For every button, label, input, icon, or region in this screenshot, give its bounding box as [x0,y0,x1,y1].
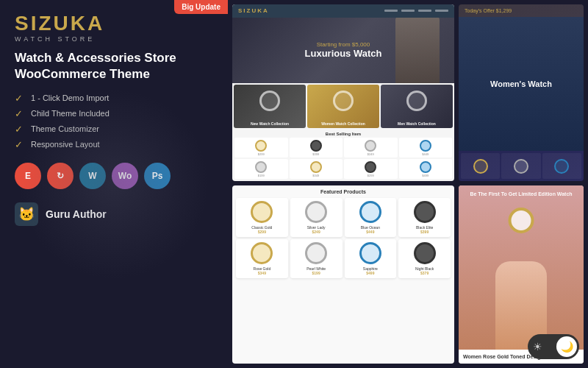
watch-icon [420,140,431,152]
watch-shape [406,91,427,111]
bestselling-grid: $299 $399 $249 $449 $199 $349 $299 $499 [234,138,452,179]
guru-author: 🐱 Guru Author [15,202,213,226]
fp-item: Blue Ocean $449 [345,198,397,237]
watch-icon [414,242,436,264]
feature-item: ✓ 1 - Click Demo Import [15,93,213,103]
moon-icon: 🌙 [561,341,573,353]
navbar-links [384,10,448,12]
fp-item: Sapphire $499 [345,239,397,278]
features-list: ✓ 1 - Click Demo Import ✓ Child Theme In… [15,93,213,149]
check-icon: ✓ [15,93,25,103]
watch-shape [333,91,354,111]
watch-icon [305,242,327,264]
fp-item: Black Elite $399 [398,198,451,237]
hero-person [395,18,440,83]
watch-icon [255,140,267,152]
rg-image: Be The First To Get Limited Edition Watc… [459,185,584,350]
ww-products [459,151,584,181]
rg-cta: Be The First To Get Limited Edition Watc… [465,191,578,197]
watch-icon [554,159,569,174]
bs-item: $249 [344,138,398,158]
ww-hero: Women's Watch [459,17,584,151]
collection-item-2: Women Watch Collection [307,85,379,128]
collection-item-3: Men Watch Collection [381,85,453,128]
watch-icon [420,161,431,173]
woo-icon: Wo [112,163,138,189]
ww-product [461,153,500,179]
bs-item: $199 [234,159,288,179]
watch-icon [365,140,376,152]
watch-on-hand [509,208,534,233]
watch-icon [251,242,273,264]
watch-icon [310,140,322,152]
fp-item: Silver Lady $249 [290,198,343,237]
bs-item: $349 [290,159,343,179]
check-icon: ✓ [15,108,25,118]
bs-item: $499 [399,159,453,179]
wordpress-icon: W [79,163,106,189]
customizer-icon: ↻ [47,163,74,189]
elementor-icon: E [15,163,41,189]
bs-item: $399 [290,138,343,158]
watch-icon [414,201,436,223]
watch-icon [310,161,322,173]
check-icon: ✓ [15,139,25,149]
featured-products-panel: Featured Products Classic Gold $299 Silv… [232,185,454,364]
womens-watch-panel: Today's Offer $1,299 Women's Watch [459,4,584,181]
logo-subtitle: WATCH STORE [15,35,213,43]
photoshop-icon: Ps [144,163,171,189]
ww-product [542,153,581,179]
watch-icon [359,242,381,264]
toggle-circle: 🌙 [556,336,577,357]
watch-icon [365,161,376,173]
tech-icons-row: E ↻ W Wo Ps [15,163,213,189]
store-preview: SIZUKA Starting from $5,000 Luxurious Wa… [232,4,454,181]
nav-link [384,10,398,12]
bs-item: $299 [234,138,288,158]
nav-link [435,10,448,12]
store-bestselling: Best Selling Item $299 $399 $249 $449 $1… [232,130,454,181]
store-collection: New Watch Collection Women Watch Collect… [232,83,454,130]
fp-item: Rose Gold $349 [236,239,288,278]
hero-content: Starting from $5,000 Luxurious Watch [305,41,382,59]
navbar-logo: SIZUKA [238,7,269,14]
fp-item: Classic Gold $299 [236,198,288,237]
watch-icon [514,159,528,174]
bs-item: $449 [399,138,453,158]
feature-item: ✓ Theme Customizer [15,124,213,134]
bs-item: $299 [344,159,398,179]
ww-product [501,153,540,179]
watch-icon [305,201,327,223]
featured-grid: Classic Gold $299 Silver Lady $249 Blue … [236,198,451,278]
guru-icon: 🐱 [15,202,38,226]
feature-item: ✓ Responsive Layout [15,139,213,149]
dark-mode-toggle[interactable]: ☀ 🌙 [528,334,579,359]
nav-link [401,10,415,12]
ww-header: Today's Offer $1,299 [459,4,584,17]
watch-icon [473,159,488,174]
check-icon: ✓ [15,124,25,134]
fp-item: Night Black $379 [398,239,451,278]
main-heading: Watch & Accessories Store WooCommerce Th… [15,50,213,82]
feature-item: ✓ Child Theme Included [15,108,213,118]
logo-text: SIZUKA [15,13,213,34]
logo-area: SIZUKA WATCH STORE [15,13,213,43]
watch-shape [259,91,280,111]
store-navbar: SIZUKA [232,4,454,18]
watch-icon [251,201,273,223]
left-panel: Big Update SIZUKA WATCH STORE Watch & Ac… [0,0,228,368]
big-update-badge: Big Update [174,0,228,14]
top-row: SIZUKA Starting from $5,000 Luxurious Wa… [232,4,584,181]
fp-item: Pearl White $199 [290,239,343,278]
nav-link [418,10,431,12]
sun-icon: ☀ [533,341,542,353]
right-area: SIZUKA Starting from $5,000 Luxurious Wa… [228,0,588,368]
collection-item-1: New Watch Collection [234,85,306,128]
watch-icon [255,161,267,173]
watch-icon [359,201,381,223]
store-hero: Starting from $5,000 Luxurious Watch [232,18,454,83]
